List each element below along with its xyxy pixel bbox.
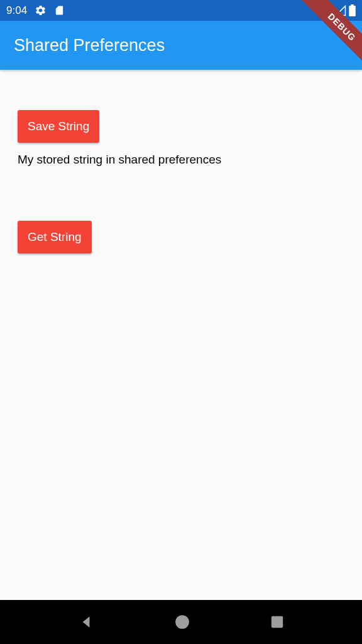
nav-back-button[interactable] bbox=[78, 614, 94, 630]
status-left: 9:04 bbox=[6, 4, 65, 17]
get-button[interactable]: Get String bbox=[18, 221, 92, 253]
svg-point-2 bbox=[175, 615, 189, 629]
svg-rect-3 bbox=[272, 616, 283, 628]
nav-recent-button[interactable] bbox=[270, 615, 284, 629]
content-area: Save String My stored string in shared p… bbox=[0, 70, 362, 271]
app-bar: Shared Preferences bbox=[0, 21, 362, 70]
sd-card-icon bbox=[54, 5, 65, 16]
svg-rect-1 bbox=[351, 4, 353, 6]
stored-text: My stored string in shared preferences bbox=[18, 153, 344, 167]
nav-home-button[interactable] bbox=[174, 614, 190, 630]
nav-bar bbox=[0, 600, 362, 644]
svg-rect-0 bbox=[349, 6, 356, 16]
status-time: 9:04 bbox=[6, 4, 27, 17]
page-title: Shared Preferences bbox=[14, 36, 165, 55]
gear-icon bbox=[35, 4, 47, 16]
save-button[interactable]: Save String bbox=[18, 110, 99, 143]
battery-icon bbox=[349, 4, 356, 16]
